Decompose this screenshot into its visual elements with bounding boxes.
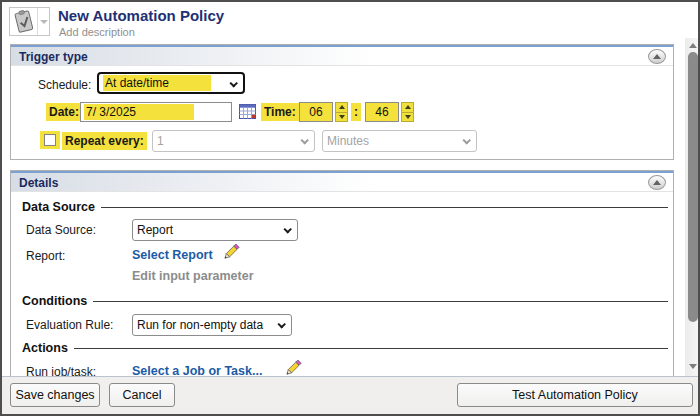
data-source-select[interactable]: Report: [132, 219, 298, 241]
time-hour-input[interactable]: 06: [299, 102, 333, 122]
time-minute-value: 46: [375, 105, 388, 119]
data-source-group-label: Data Source: [22, 200, 95, 214]
collapse-details-button[interactable]: [648, 175, 666, 190]
triangle-down-icon: [405, 115, 411, 119]
scroll-up-icon[interactable]: [689, 43, 697, 48]
data-source-group-title: Data Source: [22, 200, 668, 214]
divider: [74, 348, 668, 349]
vertical-scrollbar[interactable]: [685, 38, 700, 377]
footer-bar: Save changes Cancel Test Automation Poli…: [2, 376, 698, 414]
pencil-icon[interactable]: [220, 243, 240, 267]
chevron-down-icon: [462, 136, 470, 144]
conditions-group-title: Conditions: [22, 294, 668, 308]
triangle-down-icon: [339, 115, 345, 119]
calendar-icon[interactable]: [239, 103, 256, 124]
minute-down-button[interactable]: [401, 113, 414, 123]
add-description-link[interactable]: Add description: [59, 26, 135, 38]
evaluation-rule-select[interactable]: Run for non-empty data: [132, 314, 292, 336]
data-source-label: Data Source:: [26, 223, 96, 237]
time-hour-value: 06: [309, 105, 322, 119]
triangle-up-icon: [405, 105, 411, 109]
hour-spinner[interactable]: [335, 102, 348, 122]
repeat-checkbox-highlight: [40, 131, 60, 149]
hour-down-button[interactable]: [335, 113, 348, 123]
actions-group-label: Actions: [22, 341, 68, 355]
report-label: Report:: [26, 249, 65, 263]
chevron-down-icon[interactable]: [37, 8, 49, 35]
page-title: New Automation Policy: [58, 7, 224, 24]
time-minute-input[interactable]: 46: [365, 102, 399, 122]
repeat-checkbox[interactable]: [44, 134, 56, 146]
repeat-interval-value: 1: [157, 134, 164, 148]
policy-icon-menu-button[interactable]: [9, 7, 50, 36]
chevron-down-icon: [277, 320, 285, 328]
repeat-unit-value: Minutes: [327, 134, 369, 148]
evaluation-rule-label: Evaluation Rule:: [26, 318, 113, 332]
date-input[interactable]: 7/ 3/2025: [80, 102, 232, 122]
divider: [93, 301, 668, 302]
repeat-interval-select: 1: [152, 130, 315, 152]
scroll-down-icon[interactable]: [689, 364, 697, 369]
repeat-every-label: Repeat every:: [62, 132, 147, 150]
chevron-up-icon: [653, 54, 661, 59]
details-title: Details: [19, 176, 58, 190]
divider: [101, 207, 668, 208]
trigger-type-header: Trigger type: [11, 45, 673, 66]
hour-up-button[interactable]: [335, 102, 348, 113]
actions-group-title: Actions: [22, 341, 668, 355]
cancel-button[interactable]: Cancel: [109, 383, 175, 407]
chevron-down-icon: [229, 79, 237, 87]
collapse-trigger-button[interactable]: [648, 49, 666, 64]
conditions-group-label: Conditions: [22, 294, 87, 308]
date-value: 7/ 3/2025: [84, 104, 194, 120]
time-label: Time:: [261, 103, 299, 121]
repeat-unit-select: Minutes: [322, 130, 477, 152]
schedule-value: At date/time: [103, 75, 211, 91]
test-automation-policy-button[interactable]: Test Automation Policy: [457, 383, 693, 407]
evaluation-rule-value: Run for non-empty data: [137, 318, 263, 332]
select-report-link[interactable]: Select Report: [132, 248, 213, 262]
date-label: Date:: [46, 103, 82, 121]
save-changes-button[interactable]: Save changes: [10, 383, 100, 407]
clipboard-check-icon: [10, 8, 37, 35]
chevron-down-icon: [283, 225, 291, 233]
minute-up-button[interactable]: [401, 102, 414, 113]
edit-input-parameter-label: Edit input parameter: [132, 269, 254, 283]
triangle-up-icon: [339, 105, 345, 109]
data-source-value: Report: [137, 223, 173, 237]
new-automation-policy-dialog: New Automation Policy Add description Tr…: [0, 0, 700, 416]
trigger-type-title: Trigger type: [19, 50, 88, 64]
schedule-select[interactable]: At date/time: [97, 72, 245, 94]
chevron-up-icon: [653, 180, 661, 185]
chevron-down-icon: [300, 136, 308, 144]
minute-spinner[interactable]: [401, 102, 414, 122]
scrollbar-thumb[interactable]: [688, 52, 698, 322]
schedule-label: Schedule:: [38, 78, 91, 92]
time-colon: :: [351, 103, 361, 121]
details-header: Details: [11, 171, 673, 192]
